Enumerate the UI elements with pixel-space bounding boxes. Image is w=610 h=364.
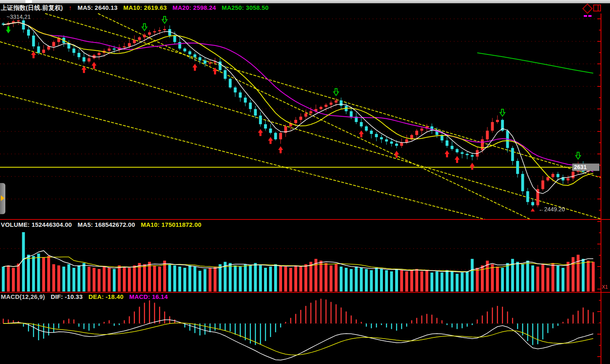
volume-ma5-line [3, 251, 593, 272]
svg-text:2631: 2631 [574, 164, 587, 170]
macd-params: MACD(12,26,9) [1, 293, 45, 300]
volume-header: VOLUME: 152446304.00MA5: 168542672.00MA1… [1, 221, 207, 228]
ma250-line [477, 53, 593, 73]
ma5-value: MA5: 2640.13 [77, 4, 117, 11]
magenta-marker-icon [584, 15, 587, 17]
trend-channel-lines [0, 14, 601, 219]
volume-ma10-line [3, 257, 593, 272]
macd-header: MACD(12,26,9)DIF: -10.33DEA: -18.40MACD:… [1, 293, 173, 300]
svg-text:←2449.20: ←2449.20 [539, 206, 565, 213]
dea-line [3, 323, 593, 355]
svg-text:~3314.21: ~3314.21 [7, 14, 31, 20]
magenta-marker-icon [588, 15, 592, 17]
signal-arrows [6, 16, 580, 170]
app-window: ~3314.21←2449.202631X1 上证指数(日线.前复权)↑MA5:… [0, 0, 610, 364]
up-arrow-icon: ↑ [69, 4, 72, 11]
ma20-value: MA20: 2598.24 [173, 4, 216, 11]
volume-ma10-value: MA10: 175011872.00 [141, 221, 201, 228]
volume-bars [2, 232, 595, 292]
ma250-value: MA250: 3058.50 [222, 4, 269, 11]
main-chart-header: 上证指数(日线.前复权)↑MA5: 2640.13MA10: 2619.63MA… [1, 4, 274, 12]
annotations: ~3314.21←2449.202631X1 [7, 14, 608, 290]
ma10-value: MA10: 2619.63 [123, 4, 167, 11]
volume-value: VOLUME: 152446304.00 [1, 221, 72, 228]
low-marker-triangle [531, 208, 535, 211]
volume-ma5-value: MA5: 168542672.00 [77, 221, 135, 228]
left-scroll-handle[interactable] [0, 183, 5, 214]
symbol-title: 上证指数(日线.前复权) [1, 4, 63, 11]
ma20-line [3, 23, 593, 172]
macd-value: MACD: 16.14 [129, 293, 168, 300]
ma10-line [3, 23, 593, 185]
macd-histogram [3, 299, 593, 345]
chart-canvas[interactable]: ~3314.21←2449.202631X1 [0, 0, 610, 364]
dif-line [3, 320, 593, 360]
axis [0, 14, 610, 364]
candle-series [2, 18, 595, 207]
svg-text:X1: X1 [602, 284, 608, 290]
dif-value: DIF: -10.33 [51, 293, 83, 300]
dea-value: DEA: -18.40 [89, 293, 124, 300]
window-split-icon[interactable] [593, 5, 601, 11]
expand-arrow-icon [1, 195, 5, 201]
ma5-line [3, 23, 593, 194]
